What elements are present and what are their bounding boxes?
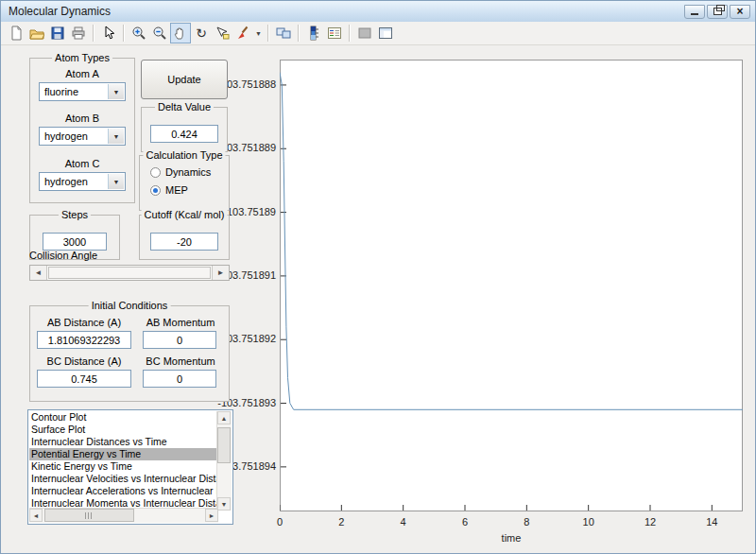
ab-distance-field[interactable] [37, 331, 131, 349]
atom-c-value: hydrogen [44, 173, 88, 190]
atom-c-dropdown[interactable]: hydrogen ▼ [39, 172, 126, 191]
rotate-3d-button[interactable]: ↻ [191, 23, 212, 43]
scroll-left-arrow[interactable]: ◄ [29, 509, 43, 522]
bc-distance-label: BC Distance (A) [35, 355, 133, 367]
open-file-button[interactable] [26, 23, 47, 43]
bc-momentum-field[interactable] [143, 370, 216, 388]
save-icon [50, 26, 65, 41]
chevron-down-icon[interactable]: ▼ [108, 129, 124, 144]
toolbar-separator [123, 25, 125, 42]
initial-conditions-title: Initial Conditions [89, 300, 171, 311]
steps-field[interactable] [43, 233, 107, 251]
zoom-in-button[interactable] [129, 23, 149, 43]
x-tick-label: 8 [512, 516, 541, 528]
scroll-up-arrow[interactable]: ▲ [217, 411, 231, 424]
brush-icon [235, 26, 250, 41]
bc-distance-field[interactable] [37, 370, 131, 388]
listbox-vertical-scrollbar[interactable]: ▲ ▼ [216, 411, 232, 511]
window-minimize-button[interactable] [684, 5, 705, 19]
ab-momentum-field[interactable] [143, 331, 216, 349]
edit-plot-button[interactable] [98, 23, 119, 43]
delta-value-title: Delta Value [155, 101, 214, 113]
chevron-down-icon[interactable]: ▼ [108, 174, 124, 189]
hide-plot-tools-button[interactable] [354, 23, 375, 43]
calculation-type-title: Calculation Type [143, 149, 225, 161]
window-close-button[interactable]: × [730, 5, 750, 19]
brush-button[interactable] [232, 23, 253, 43]
slider-right-arrow[interactable]: ► [212, 266, 229, 280]
x-tick-label: 2 [327, 516, 355, 528]
radio-dynamics-label: Dynamics [165, 166, 211, 178]
list-item[interactable]: Internuclear Velocities vs Internuclear … [29, 473, 218, 485]
link-plots-icon [276, 26, 291, 41]
radio-dynamics[interactable]: Dynamics [150, 166, 211, 178]
radio-circle-icon [150, 185, 161, 196]
legend-icon [327, 26, 342, 41]
list-item[interactable]: Contour Plot [29, 411, 218, 424]
zoom-out-button[interactable] [149, 23, 170, 43]
rotate-3d-icon: ↻ [196, 26, 207, 40]
atom-a-label: Atom A [29, 68, 135, 79]
atom-c-label: Atom C [29, 158, 135, 169]
collision-angle-slider[interactable]: ◄ ► [29, 265, 230, 281]
radio-mep[interactable]: MEP [150, 184, 188, 196]
atom-b-label: Atom B [29, 113, 135, 124]
restore-icon [713, 8, 722, 15]
zoom-out-icon [152, 26, 167, 41]
cutoff-field[interactable] [150, 233, 218, 251]
ab-distance-label: AB Distance (A) [35, 317, 133, 328]
print-figure-button[interactable] [68, 23, 89, 43]
x-tick-label: 12 [636, 516, 664, 528]
brush-dropdown-arrow[interactable]: ▼ [253, 23, 264, 43]
list-item[interactable]: Internuclear Distances vs Time [29, 436, 218, 448]
print-icon [71, 26, 86, 41]
pan-hand-icon [173, 26, 188, 41]
bc-momentum-label: BC Momentum [137, 355, 224, 367]
delta-value-field[interactable] [150, 125, 218, 143]
toolbar-separator [93, 25, 94, 42]
plot-type-listbox[interactable]: Contour PlotSurface PlotInternuclear Dis… [27, 409, 233, 525]
scroll-down-arrow[interactable]: ▼ [217, 497, 231, 511]
atom-types-title: Atom Types [52, 52, 112, 63]
window-restore-button[interactable] [707, 5, 728, 19]
list-item[interactable]: Kinetic Energy vs Time [29, 460, 218, 473]
list-item[interactable]: Surface Plot [29, 424, 218, 436]
figure-toolbar: ↻ ▼ [1, 22, 755, 45]
slider-left-arrow[interactable]: ◄ [30, 266, 47, 280]
matlab-figure-window: Molecular Dynamics × ↻ ▼ time -10 [0, 0, 756, 554]
show-plot-tools-icon [378, 26, 393, 41]
chevron-down-icon[interactable]: ▼ [108, 84, 124, 99]
slider-thumb[interactable] [48, 267, 211, 279]
vertical-scroll-thumb[interactable] [217, 427, 231, 463]
insert-colorbar-button[interactable] [303, 23, 324, 43]
calculation-type-panel: Calculation Type [139, 155, 230, 211]
listbox-horizontal-scrollbar[interactable]: ◄ ► [29, 508, 218, 523]
insert-legend-button[interactable] [324, 23, 345, 43]
x-tick-label: 6 [451, 516, 479, 528]
window-title: Molecular Dynamics [1, 5, 111, 18]
link-plot-button[interactable] [273, 23, 294, 43]
data-cursor-button[interactable] [212, 23, 232, 43]
atom-a-dropdown[interactable]: fluorine ▼ [39, 82, 126, 101]
list-item[interactable]: Internuclear Accelerations vs Internucle… [29, 485, 218, 497]
data-cursor-icon [215, 26, 230, 41]
save-figure-button[interactable] [47, 23, 68, 43]
new-figure-button[interactable] [6, 23, 26, 43]
thumb-grip-icon [85, 512, 94, 519]
update-button[interactable]: Update [141, 60, 228, 99]
collision-angle-label: Collision Angle [29, 250, 133, 261]
close-icon: × [736, 6, 743, 17]
cutoff-title: Cutoff (Kcal/ mol) [142, 209, 228, 220]
radio-circle-icon [150, 167, 161, 178]
scroll-right-arrow[interactable]: ► [205, 509, 218, 522]
list-item[interactable]: Potential Energy vs Time [29, 448, 218, 460]
pan-button[interactable] [170, 23, 191, 43]
atom-b-dropdown[interactable]: hydrogen ▼ [39, 127, 126, 146]
atom-b-value: hydrogen [44, 128, 88, 145]
toolbar-separator [267, 25, 269, 42]
steps-title: Steps [59, 209, 91, 220]
show-plot-tools-button[interactable] [375, 23, 396, 43]
x-tick-label: 10 [575, 516, 603, 528]
ab-momentum-label: AB Momentum [137, 317, 224, 328]
horizontal-scroll-thumb[interactable] [44, 509, 134, 522]
